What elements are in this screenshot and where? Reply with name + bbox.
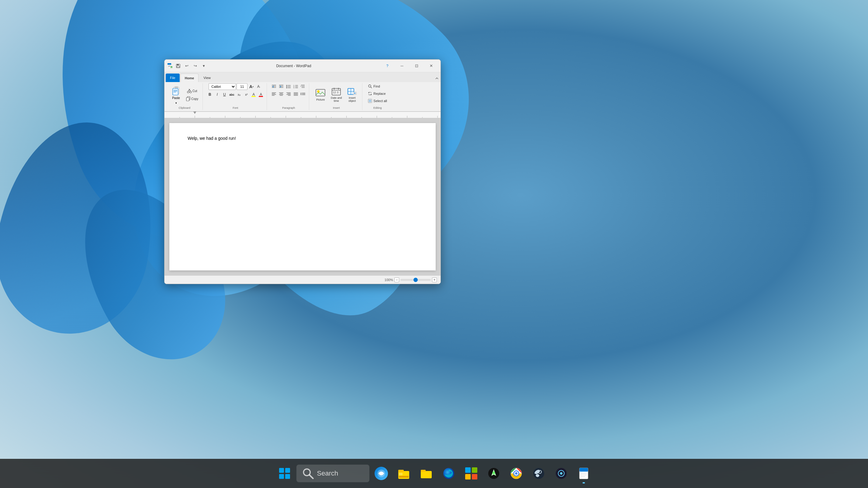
font-family-select[interactable]: Calibri Arial Times New Roman <box>209 83 236 90</box>
svg-rect-1 <box>167 63 171 65</box>
align-right-btn[interactable] <box>285 91 292 97</box>
document-area[interactable]: Welp, we had a good run! <box>164 118 440 275</box>
highlight-btn[interactable]: A <box>250 91 257 98</box>
font-size-input[interactable] <box>237 83 247 90</box>
zoom-slider[interactable] <box>400 279 431 281</box>
taskbar-icon-wordpad[interactable] <box>573 463 594 484</box>
clipboard-group: Paste ▾ <box>166 83 203 110</box>
tab-file[interactable]: File <box>166 73 180 82</box>
taskbar-search-container[interactable]: Search <box>297 463 369 484</box>
taskbar-icon-copilot[interactable] <box>371 463 392 484</box>
cut-button[interactable]: Cut <box>184 87 200 95</box>
zoom-thumb <box>413 278 418 282</box>
svg-rect-102 <box>285 468 290 473</box>
editing-label: Editing <box>373 106 382 110</box>
alienware-icon <box>487 467 500 480</box>
status-bar: 100% − + <box>164 275 440 284</box>
find-button[interactable]: Find <box>366 83 381 89</box>
zoom-in-button[interactable]: + <box>432 278 437 282</box>
picture-button[interactable]: Picture <box>313 85 328 105</box>
font-top-row: Calibri Arial Times New Roman A+ A- <box>209 83 262 90</box>
select-all-button[interactable]: Select all <box>366 98 389 104</box>
document-content[interactable]: Welp, we had a good run! <box>188 135 417 141</box>
font-shrink-btn[interactable]: A- <box>255 83 262 90</box>
taskbar-icon-steam[interactable] <box>528 463 549 484</box>
paragraph-label: Paragraph <box>282 106 295 110</box>
underline-button[interactable]: U <box>221 91 228 98</box>
paragraph-group: 1.2.3. <box>268 83 309 110</box>
select-all-label: Select all <box>373 99 387 103</box>
paste-dropdown-btn[interactable]: ▾ <box>174 101 179 105</box>
cut-icon <box>187 89 192 93</box>
save-quick-btn[interactable] <box>175 63 182 69</box>
maximize-button[interactable]: ⊡ <box>409 61 424 71</box>
app1-icon <box>555 467 568 480</box>
svg-point-32 <box>286 88 287 89</box>
align-justify-btn[interactable] <box>292 91 299 97</box>
bullets-btn[interactable] <box>285 83 292 90</box>
line-spacing-btn[interactable] <box>300 91 306 97</box>
picture-icon <box>316 89 325 97</box>
copy-button[interactable]: Copy <box>184 95 200 102</box>
tab-view[interactable]: View <box>199 73 215 82</box>
align-left-btn[interactable] <box>271 91 277 97</box>
tab-home[interactable]: Home <box>180 73 199 82</box>
taskbar-active-indicator <box>583 482 585 483</box>
increase-indent-btn[interactable] <box>278 83 285 90</box>
taskbar-icon-start[interactable] <box>274 463 295 484</box>
redo-quick-btn[interactable]: ↪ <box>192 63 198 69</box>
italic-button[interactable]: I <box>214 91 220 98</box>
svg-point-16 <box>187 91 189 93</box>
taskbar-icon-file-explorer[interactable] <box>393 463 414 484</box>
paste-main-btn[interactable]: Paste <box>169 85 183 101</box>
insert-object-icon <box>347 87 357 96</box>
date-time-button[interactable]: 12 3 Date andtime <box>329 85 344 105</box>
find-icon <box>368 84 372 89</box>
svg-rect-80 <box>164 111 440 118</box>
steam-icon <box>532 467 546 480</box>
taskbar-icon-store[interactable] <box>461 463 482 484</box>
datetime-icon: 12 3 <box>331 87 341 96</box>
bold-button[interactable]: B <box>207 91 213 98</box>
replace-button[interactable]: Replace <box>366 91 388 97</box>
zoom-out-button[interactable]: − <box>394 278 399 282</box>
close-button[interactable]: ✕ <box>424 61 438 71</box>
svg-text:12: 12 <box>333 91 336 94</box>
taskbar-search-bar[interactable]: Search <box>297 465 369 482</box>
decrease-indent-btn[interactable] <box>271 83 277 90</box>
font-label: Font <box>232 106 238 110</box>
svg-point-76 <box>369 85 371 87</box>
find-label: Find <box>373 85 380 88</box>
windows-logo-icon <box>278 467 291 480</box>
taskbar-icon-alienware[interactable] <box>483 463 504 484</box>
ribbon-collapse-btn[interactable] <box>434 76 439 81</box>
strikethrough-button[interactable]: abc <box>228 91 235 98</box>
paragraph-bottom-row <box>271 91 306 97</box>
taskbar-icon-app1[interactable] <box>551 463 572 484</box>
svg-rect-101 <box>279 468 284 473</box>
wordpad-window: W ↩ ↪ ▾ Document - WordPad ? ─ ⊡ ✕ <box>164 59 441 284</box>
taskbar-search-icon <box>301 467 315 480</box>
font-color-btn[interactable]: A <box>257 91 264 98</box>
svg-text:3.: 3. <box>293 87 294 89</box>
align-center-btn[interactable] <box>278 91 285 97</box>
customize-quick-btn[interactable]: ▾ <box>200 63 207 69</box>
ribbon: File Home View <box>164 72 440 111</box>
svg-rect-11 <box>175 87 178 88</box>
numbered-list-btn[interactable]: 1.2.3. <box>292 83 299 90</box>
taskbar-icon-folder[interactable] <box>415 463 437 484</box>
minimize-button[interactable]: ─ <box>395 61 409 71</box>
outline-btn[interactable] <box>300 83 306 90</box>
taskbar-icon-edge[interactable] <box>438 463 459 484</box>
file-explorer-icon <box>397 467 410 480</box>
subscript-button[interactable]: x₂ <box>236 91 242 98</box>
select-all-icon <box>368 99 372 103</box>
svg-rect-12 <box>173 89 178 95</box>
superscript-button[interactable]: x² <box>243 91 250 98</box>
undo-quick-btn[interactable]: ↩ <box>183 63 190 69</box>
insert-object-button[interactable]: Insertobject <box>344 85 360 105</box>
editing-group: Find Replace <box>364 83 391 110</box>
help-button[interactable]: ? <box>380 61 394 71</box>
taskbar-icon-chrome[interactable] <box>505 463 527 484</box>
font-grow-btn[interactable]: A+ <box>248 83 255 90</box>
